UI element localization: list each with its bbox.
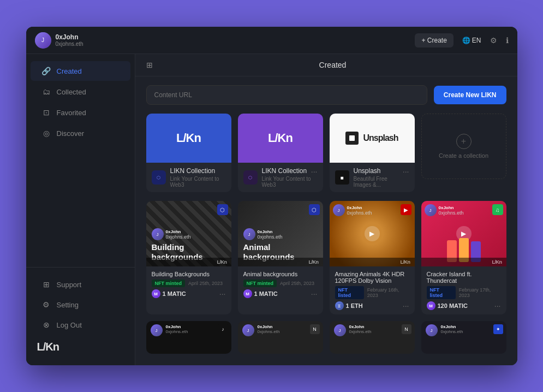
info-icon[interactable]: ℹ (506, 36, 509, 45)
building-user-avatar: J (152, 228, 164, 240)
cracker-bottom-bar: L/Kn (421, 258, 506, 266)
likn-logo-2: L/Kn (268, 131, 293, 145)
top-bar-right: + Create 🌐 EN ⚙ ℹ (415, 33, 508, 47)
collected-icon: 🗂 (41, 87, 51, 96)
nft-card-img-animal: J 0xJohn 0xjohns.eth Animalbackgrounds ⬡ (238, 201, 323, 266)
cat-user-avatar: J (333, 204, 345, 216)
user-avatar[interactable]: J (35, 32, 51, 49)
partial-notion1-avatar: J (242, 324, 254, 336)
partial-overlay-notion-1: J 0xJohn 0xjohns.eth N (238, 321, 323, 354)
cat-meta-row: NFT listed February 16th, 2023 (335, 286, 409, 299)
cracker-status-badge: NFT listed (427, 286, 456, 299)
cracker-user-info: 0xJohn 0xjohns.eth (439, 205, 464, 216)
header-grid-icon[interactable]: ⊞ (146, 61, 153, 69)
partial-card-dark[interactable]: J 0xJohn 0xjohns.eth ✦ (421, 321, 506, 354)
partial-notion1-info: 0xJohn 0xjohns.eth (258, 324, 280, 334)
language-selector[interactable]: 🌐 EN (462, 37, 481, 44)
url-input[interactable] (146, 85, 427, 105)
building-price-row: M 1 MATIC ··· (152, 289, 226, 298)
animal-price: M 1 MATIC (243, 289, 278, 298)
collection-text-2: LIKN Collection Link Your Content to Web… (262, 167, 311, 188)
created-icon: 🔗 (41, 67, 51, 75)
more-icon-unsplash[interactable]: ··· (403, 167, 409, 176)
building-matic-icon: M (152, 289, 160, 298)
building-card-info: Building Backgrounds NFT minted April 25… (146, 266, 231, 302)
sidebar-item-favorited[interactable]: ⊡ Favorited (31, 103, 130, 122)
sidebar-item-setting[interactable]: ⚙ Setting (31, 295, 130, 314)
collection-info-unsplash: ■ Unsplash Beautiful Free Images &... ··… (330, 163, 415, 192)
partial-overlay-tiktok: J 0xJohn 0xjohns.eth ♪ (146, 321, 231, 354)
cracker-meta-row: NFT listed February 17th, 2023 (427, 286, 501, 299)
setting-icon: ⚙ (41, 300, 51, 309)
settings-icon[interactable]: ⚙ (490, 36, 497, 45)
building-user-overlay: J 0xJohn 0xjohns.eth (152, 228, 226, 240)
favorited-icon: ⊡ (41, 108, 51, 117)
collection-title-1: LIKN Collection (170, 167, 226, 175)
cat-play-button[interactable]: ▶ (365, 226, 380, 241)
sidebar-label-collected: Collected (57, 88, 86, 96)
partial-card-notion-2[interactable]: J 0xJohn 0xjohns.eth N (330, 321, 415, 354)
cat-price: Ξ 1 ETH (335, 301, 363, 310)
animal-date: April 25th, 2023 (280, 281, 314, 286)
sidebar-item-discover[interactable]: ◎ Discover (31, 123, 130, 143)
create-collection-card[interactable]: + Create a collection (421, 114, 506, 179)
cat-title: Amazing Animals 4K HDR 120FPS Dolby Visi… (335, 271, 409, 284)
avatar-image: J (35, 32, 51, 49)
cracker-more-icon[interactable]: ··· (494, 301, 501, 310)
unsplash-desc: Beautiful Free Images &... (354, 176, 403, 188)
create-likn-button[interactable]: Create New LIKN (434, 86, 506, 104)
collection-card-likn-2[interactable]: L/Kn ⬡ LIKN Collection Link Your Content… (238, 114, 323, 192)
plus-circle-icon: + (456, 134, 472, 149)
nft-card-building[interactable]: J 0xJohn 0xjohns.eth Buildingbackgrounds… (146, 201, 231, 314)
cat-user-info: 0xJohn 0xjohns.eth (347, 205, 372, 216)
building-user-info: 0xJohn 0xjohns.eth (166, 229, 191, 240)
cat-more-icon[interactable]: ··· (403, 301, 409, 310)
likn-logo-sidebar: L/Kn (26, 335, 135, 359)
collection-card-img-2: L/Kn (238, 114, 323, 163)
sidebar-bottom: ⊞ Support ⚙ Setting ⊗ Log Out L/Kn (26, 267, 135, 359)
cat-status-badge: NFT listed (335, 286, 364, 299)
animal-platform-badge: ⬡ (309, 204, 320, 215)
nft-card-cracker[interactable]: J 0xJohn 0xjohns.eth ♫ ▶ (421, 201, 506, 314)
sidebar-item-support[interactable]: ⊞ Support (31, 275, 130, 294)
sidebar-item-logout[interactable]: ⊗ Log Out (31, 315, 130, 335)
collection-meta-2: ⬡ LIKN Collection Link Your Content to W… (243, 167, 311, 188)
sidebar-item-created[interactable]: 🔗 Created (31, 61, 130, 81)
cracker-title: Cracker Island ft. Thundercat (427, 271, 501, 284)
nft-card-animal[interactable]: J 0xJohn 0xjohns.eth Animalbackgrounds ⬡ (238, 201, 323, 314)
cat-platform-badge: ▶ (401, 204, 411, 215)
cracker-price: M 120 MATIC (427, 301, 468, 310)
building-platform-badge: ⬡ (217, 204, 228, 215)
collection-desc-1: Link Your Content to Web3 (170, 176, 226, 188)
building-date: April 25th, 2023 (188, 281, 223, 286)
collection-card-unsplash[interactable]: Unsplash ■ Unsplash Beautiful Free Imag (330, 114, 415, 192)
more-icon-2[interactable]: ··· (311, 167, 318, 176)
collection-card-likn-1[interactable]: L/Kn ⬡ LIKN Collection Link Your Content… (146, 114, 231, 192)
partial-card-notion-1[interactable]: J 0xJohn 0xjohns.eth N (238, 321, 323, 354)
nft-row: J 0xJohn 0xjohns.eth Buildingbackgrounds… (146, 201, 506, 314)
nft-card-cat[interactable]: J 0xJohn 0xjohns.eth ▶ ▶ L/Kn (330, 201, 415, 314)
animal-price-row: M 1 MATIC ··· (243, 289, 318, 298)
partial-dark-avatar: J (426, 324, 438, 336)
support-icon: ⊞ (41, 280, 51, 289)
notion-icon-2: N (402, 324, 411, 334)
likn-logo-1: L/Kn (176, 131, 201, 145)
building-price: M 1 MATIC (152, 289, 186, 298)
nft-card-img-cat: J 0xJohn 0xjohns.eth ▶ ▶ L/Kn (330, 201, 415, 266)
content-header: ⊞ Created (135, 54, 517, 76)
logout-icon: ⊗ (41, 320, 51, 329)
user-handle: 0xjohns.eth (56, 41, 83, 47)
cracker-card-info: Cracker Island ft. Thundercat NFT listed… (421, 266, 506, 314)
partial-card-tiktok[interactable]: J 0xJohn 0xjohns.eth ♪ (146, 321, 231, 354)
cat-date: February 16th, 2023 (367, 287, 409, 298)
globe-icon: 🌐 (462, 37, 470, 44)
cat-price-row: Ξ 1 ETH ··· (335, 301, 409, 310)
tiktok-icon: ♪ (218, 324, 228, 334)
sidebar-item-collected[interactable]: 🗂 Collected (31, 82, 130, 102)
create-button[interactable]: + Create (415, 33, 453, 47)
animal-price-value: 1 MATIC (254, 290, 278, 297)
building-bottom-bar: L/Kn (146, 258, 231, 266)
cracker-user-avatar: J (425, 204, 437, 216)
animal-more-icon[interactable]: ··· (311, 289, 318, 298)
building-more-icon[interactable]: ··· (219, 289, 226, 298)
